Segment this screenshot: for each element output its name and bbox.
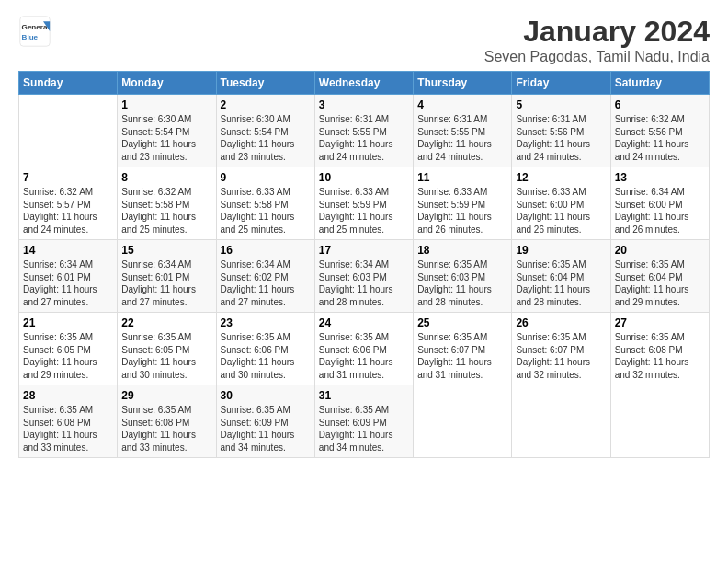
cell-w5-d6 bbox=[512, 385, 610, 458]
day-info: Sunrise: 6:34 AM Sunset: 6:00 PM Dayligh… bbox=[615, 187, 689, 235]
day-number: 8 bbox=[121, 171, 211, 184]
col-friday: Friday bbox=[512, 72, 610, 95]
cell-w1-d2: 1Sunrise: 6:30 AM Sunset: 5:54 PM Daylig… bbox=[118, 95, 216, 167]
day-number: 4 bbox=[417, 98, 507, 111]
cell-w4-d7: 27Sunrise: 6:35 AM Sunset: 6:08 PM Dayli… bbox=[610, 313, 709, 385]
day-info: Sunrise: 6:33 AM Sunset: 5:59 PM Dayligh… bbox=[417, 187, 492, 235]
day-number: 3 bbox=[319, 98, 409, 111]
day-info: Sunrise: 6:35 AM Sunset: 6:09 PM Dayligh… bbox=[221, 405, 295, 453]
day-number: 6 bbox=[615, 98, 705, 111]
cell-w5-d1: 28Sunrise: 6:35 AM Sunset: 6:08 PM Dayli… bbox=[19, 385, 118, 458]
day-number: 21 bbox=[23, 316, 113, 329]
day-number: 28 bbox=[23, 389, 113, 402]
cell-w2-d7: 13Sunrise: 6:34 AM Sunset: 6:00 PM Dayli… bbox=[610, 167, 709, 240]
cell-w1-d1 bbox=[19, 95, 118, 167]
day-info: Sunrise: 6:31 AM Sunset: 5:55 PM Dayligh… bbox=[319, 114, 393, 162]
calendar-table: Sunday Monday Tuesday Wednesday Thursday… bbox=[18, 71, 710, 458]
day-number: 15 bbox=[121, 244, 211, 257]
day-info: Sunrise: 6:35 AM Sunset: 6:07 PM Dayligh… bbox=[516, 332, 590, 380]
day-info: Sunrise: 6:31 AM Sunset: 5:55 PM Dayligh… bbox=[417, 114, 492, 162]
day-info: Sunrise: 6:33 AM Sunset: 6:00 PM Dayligh… bbox=[516, 187, 590, 235]
cell-w4-d5: 25Sunrise: 6:35 AM Sunset: 6:07 PM Dayli… bbox=[414, 313, 512, 385]
day-number: 20 bbox=[615, 244, 705, 257]
week-row-3: 14Sunrise: 6:34 AM Sunset: 6:01 PM Dayli… bbox=[19, 240, 710, 313]
day-number: 31 bbox=[319, 389, 409, 402]
day-number: 2 bbox=[221, 98, 311, 111]
day-number: 19 bbox=[516, 244, 606, 257]
main-title: January 2024 bbox=[484, 15, 710, 49]
day-info: Sunrise: 6:35 AM Sunset: 6:08 PM Dayligh… bbox=[121, 405, 196, 453]
day-number: 1 bbox=[121, 98, 211, 111]
col-tuesday: Tuesday bbox=[216, 72, 314, 95]
cell-w2-d2: 8Sunrise: 6:32 AM Sunset: 5:58 PM Daylig… bbox=[118, 167, 216, 240]
cell-w3-d5: 18Sunrise: 6:35 AM Sunset: 6:03 PM Dayli… bbox=[414, 240, 512, 313]
calendar-body: 1Sunrise: 6:30 AM Sunset: 5:54 PM Daylig… bbox=[19, 95, 710, 458]
day-info: Sunrise: 6:35 AM Sunset: 6:05 PM Dayligh… bbox=[121, 332, 196, 380]
title-block: January 2024 Seven Pagodas, Tamil Nadu, … bbox=[484, 15, 710, 65]
day-number: 24 bbox=[319, 316, 409, 329]
day-info: Sunrise: 6:35 AM Sunset: 6:06 PM Dayligh… bbox=[221, 332, 295, 380]
day-number: 12 bbox=[516, 171, 606, 184]
week-row-5: 28Sunrise: 6:35 AM Sunset: 6:08 PM Dayli… bbox=[19, 385, 710, 458]
day-number: 10 bbox=[319, 171, 409, 184]
cell-w1-d6: 5Sunrise: 6:31 AM Sunset: 5:56 PM Daylig… bbox=[512, 95, 610, 167]
day-info: Sunrise: 6:34 AM Sunset: 6:02 PM Dayligh… bbox=[221, 259, 295, 307]
logo: General Blue bbox=[18, 15, 51, 48]
week-row-4: 21Sunrise: 6:35 AM Sunset: 6:05 PM Dayli… bbox=[19, 313, 710, 385]
day-number: 30 bbox=[221, 389, 311, 402]
cell-w3-d2: 15Sunrise: 6:34 AM Sunset: 6:01 PM Dayli… bbox=[118, 240, 216, 313]
cell-w1-d5: 4Sunrise: 6:31 AM Sunset: 5:55 PM Daylig… bbox=[414, 95, 512, 167]
day-number: 17 bbox=[319, 244, 409, 257]
day-number: 29 bbox=[121, 389, 211, 402]
day-info: Sunrise: 6:32 AM Sunset: 5:56 PM Dayligh… bbox=[615, 114, 689, 162]
cell-w1-d7: 6Sunrise: 6:32 AM Sunset: 5:56 PM Daylig… bbox=[610, 95, 709, 167]
cell-w3-d4: 17Sunrise: 6:34 AM Sunset: 6:03 PM Dayli… bbox=[314, 240, 413, 313]
cell-w5-d2: 29Sunrise: 6:35 AM Sunset: 6:08 PM Dayli… bbox=[118, 385, 216, 458]
header: General Blue January 2024 Seven Pagodas,… bbox=[18, 15, 710, 65]
day-info: Sunrise: 6:30 AM Sunset: 5:54 PM Dayligh… bbox=[221, 114, 295, 162]
cell-w1-d4: 3Sunrise: 6:31 AM Sunset: 5:55 PM Daylig… bbox=[314, 95, 413, 167]
day-info: Sunrise: 6:35 AM Sunset: 6:07 PM Dayligh… bbox=[417, 332, 492, 380]
page-container: General Blue January 2024 Seven Pagodas,… bbox=[0, 0, 728, 469]
day-info: Sunrise: 6:34 AM Sunset: 6:01 PM Dayligh… bbox=[23, 259, 97, 307]
day-info: Sunrise: 6:35 AM Sunset: 6:08 PM Dayligh… bbox=[615, 332, 689, 380]
cell-w5-d4: 31Sunrise: 6:35 AM Sunset: 6:09 PM Dayli… bbox=[314, 385, 413, 458]
cell-w3-d6: 19Sunrise: 6:35 AM Sunset: 6:04 PM Dayli… bbox=[512, 240, 610, 313]
week-row-2: 7Sunrise: 6:32 AM Sunset: 5:57 PM Daylig… bbox=[19, 167, 710, 240]
day-info: Sunrise: 6:34 AM Sunset: 6:03 PM Dayligh… bbox=[319, 259, 393, 307]
day-info: Sunrise: 6:32 AM Sunset: 5:58 PM Dayligh… bbox=[121, 187, 196, 235]
cell-w2-d5: 11Sunrise: 6:33 AM Sunset: 5:59 PM Dayli… bbox=[414, 167, 512, 240]
subtitle: Seven Pagodas, Tamil Nadu, India bbox=[484, 49, 710, 65]
day-number: 26 bbox=[516, 316, 606, 329]
cell-w3-d1: 14Sunrise: 6:34 AM Sunset: 6:01 PM Dayli… bbox=[19, 240, 118, 313]
cell-w5-d5 bbox=[414, 385, 512, 458]
cell-w5-d7 bbox=[610, 385, 709, 458]
svg-text:Blue: Blue bbox=[22, 33, 39, 41]
svg-text:General: General bbox=[22, 23, 50, 31]
cell-w5-d3: 30Sunrise: 6:35 AM Sunset: 6:09 PM Dayli… bbox=[216, 385, 314, 458]
week-row-1: 1Sunrise: 6:30 AM Sunset: 5:54 PM Daylig… bbox=[19, 95, 710, 167]
day-number: 16 bbox=[221, 244, 311, 257]
day-info: Sunrise: 6:33 AM Sunset: 5:59 PM Dayligh… bbox=[319, 187, 393, 235]
cell-w3-d3: 16Sunrise: 6:34 AM Sunset: 6:02 PM Dayli… bbox=[216, 240, 314, 313]
day-number: 9 bbox=[221, 171, 311, 184]
cell-w2-d3: 9Sunrise: 6:33 AM Sunset: 5:58 PM Daylig… bbox=[216, 167, 314, 240]
logo-icon: General Blue bbox=[18, 15, 51, 48]
day-info: Sunrise: 6:32 AM Sunset: 5:57 PM Dayligh… bbox=[23, 187, 97, 235]
day-info: Sunrise: 6:35 AM Sunset: 6:04 PM Dayligh… bbox=[615, 259, 689, 307]
day-number: 5 bbox=[516, 98, 606, 111]
day-info: Sunrise: 6:35 AM Sunset: 6:06 PM Dayligh… bbox=[319, 332, 393, 380]
day-info: Sunrise: 6:34 AM Sunset: 6:01 PM Dayligh… bbox=[121, 259, 196, 307]
col-thursday: Thursday bbox=[414, 72, 512, 95]
day-number: 14 bbox=[23, 244, 113, 257]
day-number: 22 bbox=[121, 316, 211, 329]
cell-w4-d3: 23Sunrise: 6:35 AM Sunset: 6:06 PM Dayli… bbox=[216, 313, 314, 385]
day-number: 18 bbox=[417, 244, 507, 257]
day-info: Sunrise: 6:35 AM Sunset: 6:09 PM Dayligh… bbox=[319, 405, 393, 453]
cell-w2-d1: 7Sunrise: 6:32 AM Sunset: 5:57 PM Daylig… bbox=[19, 167, 118, 240]
cell-w4-d2: 22Sunrise: 6:35 AM Sunset: 6:05 PM Dayli… bbox=[118, 313, 216, 385]
day-info: Sunrise: 6:33 AM Sunset: 5:58 PM Dayligh… bbox=[221, 187, 295, 235]
day-info: Sunrise: 6:30 AM Sunset: 5:54 PM Dayligh… bbox=[121, 114, 196, 162]
cell-w3-d7: 20Sunrise: 6:35 AM Sunset: 6:04 PM Dayli… bbox=[610, 240, 709, 313]
col-wednesday: Wednesday bbox=[314, 72, 413, 95]
